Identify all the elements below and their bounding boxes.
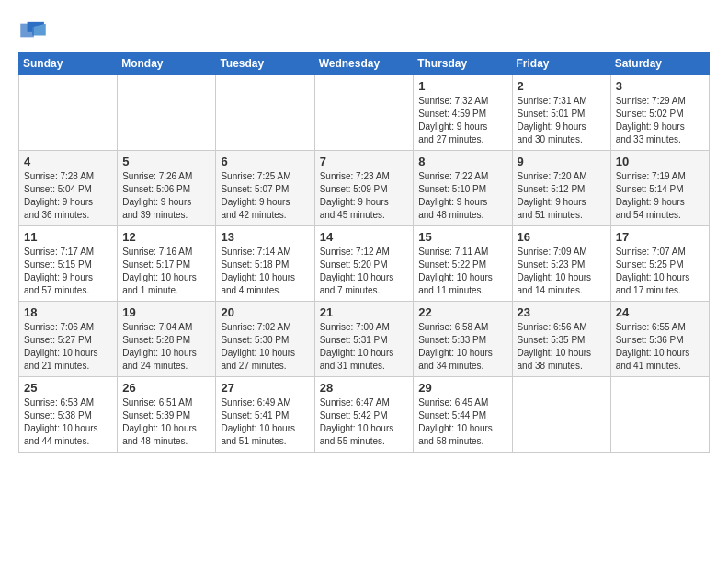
calendar-cell: 7Sunrise: 7:23 AM Sunset: 5:09 PM Daylig… (314, 151, 414, 226)
day-info: Sunrise: 7:17 AM Sunset: 5:15 PM Dayligh… (24, 246, 112, 297)
day-number: 2 (518, 79, 606, 93)
day-info: Sunrise: 7:14 AM Sunset: 5:18 PM Dayligh… (221, 246, 309, 297)
calendar-cell (610, 377, 709, 453)
weekday-header-tuesday: Tuesday (216, 52, 314, 75)
calendar-cell (118, 75, 216, 151)
weekday-header-saturday: Saturday (610, 52, 709, 75)
day-info: Sunrise: 7:19 AM Sunset: 5:14 PM Dayligh… (616, 170, 704, 222)
day-number: 10 (616, 155, 704, 168)
day-info: Sunrise: 7:26 AM Sunset: 5:06 PM Dayligh… (122, 170, 210, 222)
calendar-cell: 24Sunrise: 6:55 AM Sunset: 5:36 PM Dayli… (610, 302, 709, 377)
day-number: 1 (418, 79, 506, 93)
calendar-cell: 5Sunrise: 7:26 AM Sunset: 5:06 PM Daylig… (118, 151, 216, 226)
day-number: 28 (320, 381, 409, 395)
calendar-week-row: 18Sunrise: 7:06 AM Sunset: 5:27 PM Dayli… (19, 302, 710, 377)
day-info: Sunrise: 6:45 AM Sunset: 5:44 PM Dayligh… (418, 396, 506, 448)
day-number: 18 (24, 305, 112, 319)
day-number: 29 (418, 381, 506, 395)
calendar-cell: 25Sunrise: 6:53 AM Sunset: 5:38 PM Dayli… (19, 377, 118, 453)
day-info: Sunrise: 7:09 AM Sunset: 5:23 PM Dayligh… (518, 246, 606, 297)
weekday-header-sunday: Sunday (19, 52, 118, 75)
calendar-cell: 14Sunrise: 7:12 AM Sunset: 5:20 PM Dayli… (314, 226, 414, 302)
day-number: 5 (122, 155, 210, 168)
day-info: Sunrise: 6:58 AM Sunset: 5:33 PM Dayligh… (418, 321, 506, 373)
calendar-cell: 20Sunrise: 7:02 AM Sunset: 5:30 PM Dayli… (216, 302, 314, 377)
calendar-cell: 1Sunrise: 7:32 AM Sunset: 4:59 PM Daylig… (414, 75, 512, 151)
day-number: 6 (221, 155, 309, 168)
day-info: Sunrise: 7:20 AM Sunset: 5:12 PM Dayligh… (518, 170, 606, 222)
calendar-cell: 10Sunrise: 7:19 AM Sunset: 5:14 PM Dayli… (610, 151, 709, 226)
day-info: Sunrise: 7:06 AM Sunset: 5:27 PM Dayligh… (24, 321, 112, 373)
day-number: 8 (418, 155, 506, 168)
calendar-cell: 4Sunrise: 7:28 AM Sunset: 5:04 PM Daylig… (19, 151, 118, 226)
day-number: 21 (320, 305, 409, 319)
day-info: Sunrise: 7:16 AM Sunset: 5:17 PM Dayligh… (122, 246, 210, 297)
day-number: 25 (24, 381, 112, 395)
day-info: Sunrise: 7:07 AM Sunset: 5:25 PM Dayligh… (616, 246, 704, 297)
calendar-cell: 18Sunrise: 7:06 AM Sunset: 5:27 PM Dayli… (19, 302, 118, 377)
svg-marker-2 (20, 24, 34, 38)
calendar-cell: 9Sunrise: 7:20 AM Sunset: 5:12 PM Daylig… (512, 151, 610, 226)
calendar-week-row: 11Sunrise: 7:17 AM Sunset: 5:15 PM Dayli… (19, 226, 710, 302)
day-info: Sunrise: 7:04 AM Sunset: 5:28 PM Dayligh… (122, 321, 210, 373)
logo (18, 20, 46, 44)
calendar-cell: 16Sunrise: 7:09 AM Sunset: 5:23 PM Dayli… (512, 226, 610, 302)
day-info: Sunrise: 6:55 AM Sunset: 5:36 PM Dayligh… (616, 321, 704, 373)
day-number: 14 (320, 230, 409, 244)
calendar-cell (314, 75, 414, 151)
calendar-cell: 26Sunrise: 6:51 AM Sunset: 5:39 PM Dayli… (118, 377, 216, 453)
calendar-cell: 17Sunrise: 7:07 AM Sunset: 5:25 PM Dayli… (610, 226, 709, 302)
day-info: Sunrise: 6:53 AM Sunset: 5:38 PM Dayligh… (24, 396, 112, 448)
day-info: Sunrise: 7:31 AM Sunset: 5:01 PM Dayligh… (518, 95, 606, 146)
day-number: 23 (518, 305, 606, 319)
calendar-cell: 21Sunrise: 7:00 AM Sunset: 5:31 PM Dayli… (314, 302, 414, 377)
day-info: Sunrise: 6:49 AM Sunset: 5:41 PM Dayligh… (221, 396, 309, 448)
day-info: Sunrise: 7:02 AM Sunset: 5:30 PM Dayligh… (221, 321, 309, 373)
calendar-cell (216, 75, 314, 151)
day-number: 7 (320, 155, 409, 168)
calendar-week-row: 4Sunrise: 7:28 AM Sunset: 5:04 PM Daylig… (19, 151, 710, 226)
day-info: Sunrise: 7:32 AM Sunset: 4:59 PM Dayligh… (418, 95, 506, 146)
day-info: Sunrise: 6:51 AM Sunset: 5:39 PM Dayligh… (122, 396, 210, 448)
day-info: Sunrise: 6:56 AM Sunset: 5:35 PM Dayligh… (518, 321, 606, 373)
day-info: Sunrise: 7:00 AM Sunset: 5:31 PM Dayligh… (320, 321, 409, 373)
day-info: Sunrise: 7:12 AM Sunset: 5:20 PM Dayligh… (320, 246, 409, 297)
calendar-cell: 11Sunrise: 7:17 AM Sunset: 5:15 PM Dayli… (19, 226, 118, 302)
day-info: Sunrise: 7:23 AM Sunset: 5:09 PM Dayligh… (320, 170, 409, 222)
day-info: Sunrise: 7:25 AM Sunset: 5:07 PM Dayligh… (221, 170, 309, 222)
calendar-cell: 27Sunrise: 6:49 AM Sunset: 5:41 PM Dayli… (216, 377, 314, 453)
day-number: 27 (221, 381, 309, 395)
logo-icon (20, 20, 46, 40)
day-number: 9 (518, 155, 606, 168)
day-number: 16 (518, 230, 606, 244)
day-number: 24 (616, 305, 704, 319)
calendar-cell: 28Sunrise: 6:47 AM Sunset: 5:42 PM Dayli… (314, 377, 414, 453)
weekday-header-thursday: Thursday (414, 52, 512, 75)
day-number: 17 (616, 230, 704, 244)
day-info: Sunrise: 7:11 AM Sunset: 5:22 PM Dayligh… (418, 246, 506, 297)
day-number: 11 (24, 230, 112, 244)
calendar-cell: 3Sunrise: 7:29 AM Sunset: 5:02 PM Daylig… (610, 75, 709, 151)
calendar-cell: 19Sunrise: 7:04 AM Sunset: 5:28 PM Dayli… (118, 302, 216, 377)
calendar-cell: 29Sunrise: 6:45 AM Sunset: 5:44 PM Dayli… (414, 377, 512, 453)
calendar-week-row: 1Sunrise: 7:32 AM Sunset: 4:59 PM Daylig… (19, 75, 710, 151)
day-number: 26 (122, 381, 210, 395)
calendar-header-row: SundayMondayTuesdayWednesdayThursdayFrid… (19, 52, 710, 75)
day-number: 22 (418, 305, 506, 319)
calendar-cell: 13Sunrise: 7:14 AM Sunset: 5:18 PM Dayli… (216, 226, 314, 302)
day-info: Sunrise: 6:47 AM Sunset: 5:42 PM Dayligh… (320, 396, 409, 448)
calendar-cell (512, 377, 610, 453)
day-number: 20 (221, 305, 309, 319)
header (18, 15, 710, 44)
day-number: 3 (616, 79, 704, 93)
day-info: Sunrise: 7:29 AM Sunset: 5:02 PM Dayligh… (616, 95, 704, 146)
day-number: 15 (418, 230, 506, 244)
day-info: Sunrise: 7:22 AM Sunset: 5:10 PM Dayligh… (418, 170, 506, 222)
weekday-header-monday: Monday (118, 52, 216, 75)
calendar-cell: 15Sunrise: 7:11 AM Sunset: 5:22 PM Dayli… (414, 226, 512, 302)
calendar-cell: 22Sunrise: 6:58 AM Sunset: 5:33 PM Dayli… (414, 302, 512, 377)
calendar-cell: 23Sunrise: 6:56 AM Sunset: 5:35 PM Dayli… (512, 302, 610, 377)
day-info: Sunrise: 7:28 AM Sunset: 5:04 PM Dayligh… (24, 170, 112, 222)
calendar-cell (19, 75, 118, 151)
calendar-cell: 2Sunrise: 7:31 AM Sunset: 5:01 PM Daylig… (512, 75, 610, 151)
